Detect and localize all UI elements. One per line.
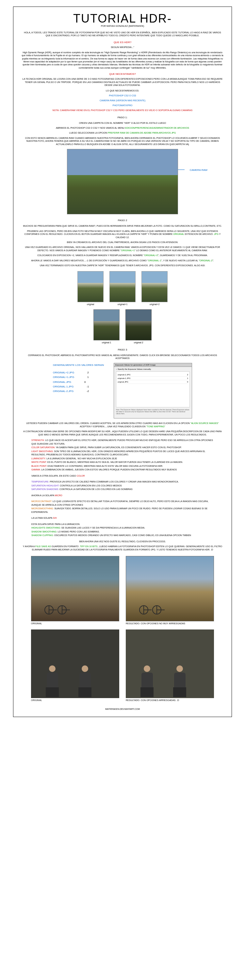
final-line-b: Y AHORA A FILE/ SAVE AS GUARDEN EN FORMA…: [22, 545, 223, 551]
needs-item-1: PHOTOSHOP CS2 O CS3: [22, 94, 223, 97]
p1-line-4: CON ESTO SENOS ABRIRA EL CAMERA RAW CUAN…: [22, 137, 223, 146]
thumb-original-m2: [126, 309, 151, 340]
opt-colorsat: COLOR SATURATION: YA SABEN PARA QUE SIRV…: [31, 446, 214, 450]
camera-raw-label: CAMERA RAW: [190, 169, 207, 172]
opt-bp: BLACK POINT: EXACTAMENTE LO CONTRARIO, M…: [31, 465, 214, 468]
thumb-original-p2: [142, 271, 167, 302]
result2-original-label: ORIGINAL: [31, 699, 119, 702]
paso-2-heading: PASO 2: [22, 219, 223, 222]
p2-line-4: UNA VEZ GUARDADO EL ARCHIVO ORIIGNAL, NO…: [22, 246, 223, 252]
dialog-title: Exposure Values for generation of HDR Im…: [114, 363, 192, 367]
opt-wp: WHITE POINT: ES EL PUNTO DE BLANCO, MIEN…: [31, 461, 214, 464]
needs-note: NOTA: CAMERA RAW VIENE EN EL PHOTOSHOP C…: [22, 109, 223, 111]
p3-line-1: CERRAMOS EL PHOTOSHOP, ABRIMOS EL PHOTOM…: [22, 354, 223, 360]
p2-line-1: MUCHOS SE PREGUNTARAN PARA QUE SIRVE EL …: [22, 224, 223, 228]
p2-line-2: PRUEBEN LAS OPCIONES, PERO DEJEN UNA FOT…: [22, 230, 223, 239]
heading-que-necesitamos: QUE NECESITAMOS?: [22, 73, 223, 75]
result1-original-image: [31, 556, 119, 621]
p1-line-3: LUEGO SELECCIONAN LA OPCION PREFERIR RAW…: [22, 131, 223, 134]
p3-line-3: A CONTINUACION VERAN UNA SERIE DE OPCION…: [22, 430, 223, 436]
needs-label: LO QUE NECESITAREMOS ES:: [22, 89, 223, 92]
opt-lightsm: LIGHT SMOOTHING: SON TIPEO DE ILUMINACIO…: [31, 450, 214, 457]
opt-microc: MICROCONTRAST: LO QUE LOGRA ESTE EFECTO …: [31, 500, 214, 507]
opt-sats: SATURATION SHADOWS: CONTROLA LA SATURACI…: [31, 488, 214, 491]
wiki-text: High Dynamic Range (HDR), aunque el nomb…: [22, 51, 223, 70]
opt-micros: MICROSMOOTHING: SUAVIZA TODO. BORRA DETA…: [31, 507, 214, 514]
heading-que-es-hdr: QUE ES HDR?: [22, 41, 223, 44]
opt-strength: STRENGTH: LO QUE HACE ES ACENTUAR EL EFE…: [31, 439, 214, 445]
solapa-color: VAMOS A OTRA SOLAPA. EN ESTE CASO COLOR: [31, 474, 214, 478]
opt-hls: HIGHLIGHTS SMOOTHING: SE SUAVIZAN LAS LU…: [31, 526, 214, 530]
result2-original-image: [31, 630, 119, 698]
opt-shs: SHADOW SMOOTHING: LO MISMO PERO CON LAS …: [31, 530, 214, 534]
p1-line-2: ABRIMOS EL PHOTOSHOP CS3 O CS2 Y NOS VAM…: [22, 126, 223, 129]
camera-raw-screenshot: [67, 149, 178, 214]
thumb-original: [78, 271, 103, 302]
result1-hdr-label: RESULTADO: CON OPCIONES NO MUY ARRIESGAD…: [126, 622, 214, 625]
p2-line-3: BIEN YA CREAMOS EL ARCHIVO DEL CUAL PART…: [22, 241, 223, 244]
solapa-sh: LA ULTIMA SOLAPA S/H: [31, 517, 214, 520]
opt-lum: LUMINOSITY: LA ILUMINACION GENERAL. NO H…: [31, 457, 214, 461]
exposure-values-list: GENERALMENTE LOS VALORES SERIAN ORIGINAL…: [53, 363, 104, 394]
opt-gamma: GAMMA: LA COMBINACION DE AMBAS, JUEGEN C…: [31, 468, 214, 472]
p2-line-6: AHORA LE VAMOS A DAR VALORES NEGATIVOS..…: [22, 259, 223, 262]
thumbnails-row-2: original-1 original-2: [22, 309, 223, 344]
p2-line-7: UNA VEZ TERMINADO ESTO EN NUESTRA CARPET…: [22, 264, 223, 267]
final-line-a: BIEN AHORA UNA VEZ NOS GUSTE EL RESULTAD…: [22, 540, 223, 543]
p3-line-2: USTEDES PUEDEN CAMBIAR LOS VALORES DEL O…: [22, 422, 223, 428]
paso-1-heading: PASO 1:: [22, 116, 223, 119]
p1-line-1: CREEN UNA CARPETA CON EL NOMBRE "HDR" O …: [22, 121, 223, 124]
footer-credit: MATKRAKEN.DEVIANTART.COM: [22, 708, 223, 710]
wiki-label: SEGUN WIKIPEDIA:..": [22, 46, 223, 49]
result2-hdr-image: [126, 630, 214, 698]
author-line: POR MATIAS GONZALEZ (MATKRAKEN): [22, 25, 223, 27]
needs-item-2: CAMERA RAW (VERSION MAS RECIENTE): [22, 99, 223, 102]
opt-sath: SATURATION HIGHLIGHT: CONTROLA LA SATURA…: [31, 484, 214, 488]
thumbnails-row-1: original original+1 original+2: [22, 271, 223, 305]
paso-3-heading: PASO 3: [22, 348, 223, 351]
tecnica-text: LA TECNICA HDR ORIGINAL SE LOGRA CON UNA…: [22, 78, 223, 87]
intro-text: HOLA, A TODOS, LES TRAIGO ESTE TUTORIAL …: [22, 31, 223, 37]
exposure-dialog: Exposure Values for generation of HDR Im…: [114, 363, 192, 418]
p2-line-5: COLOCAMOS EN EXPOSICION +2, VAMOS A GUAR…: [22, 254, 223, 257]
arrow-icon: [178, 170, 185, 170]
opt-shc: SHADOW CLIPPING: OSCURECE PUNTOS MEDIOS …: [31, 534, 214, 538]
result1-original-label: ORIGINAL: [31, 622, 119, 625]
result2-hdr-label: RESULTADO: CON OPCIONES ARRIESGADAS. :D: [126, 699, 214, 702]
sh-intro: ESTA SOLAPA SIRVE PARA LA ILUMINACION.: [31, 523, 214, 526]
needs-item-3: PHOTOMATIXPRO: [22, 104, 223, 107]
page-title: TUTORIAL HDR-: [22, 12, 223, 25]
opt-temp: TEMPERATURE: PROVOCA UN EFECTO DE CALIDE…: [31, 480, 214, 484]
result1-hdr-image: [126, 556, 214, 621]
thumb-original-p1: [110, 271, 135, 302]
thumb-original-m1: [94, 309, 119, 340]
solapa-micro: AHORA A LA SOLAPA MICRO: [31, 494, 214, 498]
